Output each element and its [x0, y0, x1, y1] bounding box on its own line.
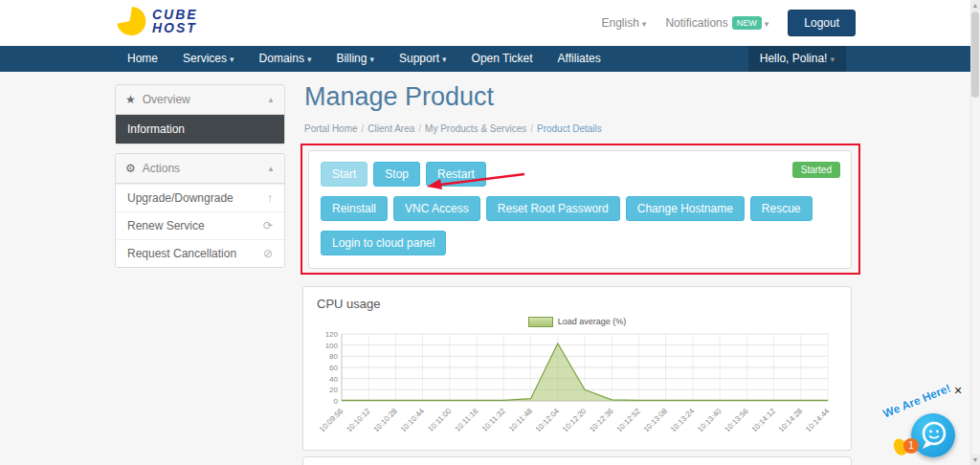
- svg-text:10:12:20: 10:12:20: [561, 407, 589, 434]
- breadcrumb-item-my-products-services[interactable]: My Products & Services: [425, 123, 526, 134]
- breadcrumb-item-product-details: Product Details: [537, 123, 602, 134]
- svg-text:10:14:28: 10:14:28: [777, 407, 805, 434]
- svg-text:60: 60: [329, 364, 338, 372]
- language-menu[interactable]: English▾: [602, 16, 647, 30]
- reinstall-button[interactable]: Reinstall: [321, 196, 388, 221]
- arrow-up-icon: ↑: [267, 191, 273, 205]
- svg-text:80: 80: [329, 352, 338, 361]
- chevron-down-icon: ▾: [230, 55, 234, 64]
- nav-item-home[interactable]: Home: [115, 46, 170, 72]
- svg-text:20: 20: [329, 386, 338, 394]
- chevron-down-icon: ▾: [830, 55, 835, 64]
- svg-text:10:12:52: 10:12:52: [614, 407, 642, 434]
- action-item-label: Request Cancellation: [127, 247, 236, 260]
- cpu-usage-panel: CPU usage Load average (%) 0204060801001…: [302, 286, 852, 451]
- breadcrumb-item-client-area[interactable]: Client Area: [368, 123, 414, 134]
- scroll-down-arrow[interactable]: ▼: [970, 454, 980, 465]
- nav-item-affiliates[interactable]: Affiliates: [546, 46, 613, 72]
- scroll-up-arrow[interactable]: ▲: [970, 0, 980, 11]
- chat-unread-badge: 1: [903, 438, 919, 454]
- stop-button[interactable]: Stop: [373, 162, 420, 187]
- cpu-chart-svg: 02040608010012010:09:5610:10:1210:10:281…: [307, 328, 843, 443]
- chevron-down-icon: ▾: [442, 55, 447, 64]
- brand-line2: HOST: [152, 21, 198, 34]
- nav-item-open-ticket[interactable]: Open Ticket: [459, 46, 546, 72]
- svg-text:40: 40: [329, 375, 338, 384]
- action-item-label: Renew Service: [127, 219, 205, 232]
- legend-swatch: [528, 317, 553, 327]
- action-item-label: Upgrade/Downgrade: [127, 191, 234, 205]
- chevron-up-icon: ▲: [267, 165, 275, 173]
- chart-wrap: 02040608010012010:09:5610:10:1210:10:281…: [303, 328, 851, 447]
- svg-text:10:13:40: 10:13:40: [696, 407, 724, 434]
- sidebar-actions-panel: ⚙ Actions ▲ Upgrade/Downgrade↑Renew Serv…: [115, 153, 285, 268]
- brand-text: CUBE HOST: [152, 8, 198, 34]
- nav-item-support[interactable]: Support▾: [387, 46, 459, 72]
- vnc-access-button[interactable]: VNC Access: [393, 196, 480, 221]
- header-right: English▾ NotificationsNEW▾ Logout: [602, 10, 857, 36]
- vertical-scrollbar[interactable]: ▲ ▼: [970, 0, 980, 465]
- page-title: Manage Product: [304, 82, 494, 112]
- main-nav-items: HomeServices▾Domains▾Billing▾Support▾Ope…: [115, 46, 613, 72]
- start-button[interactable]: Start: [321, 162, 368, 187]
- cubehost-logo-icon: [115, 5, 147, 37]
- nav-item-billing[interactable]: Billing▾: [323, 46, 387, 72]
- sidebar-item-information[interactable]: Information: [116, 115, 284, 144]
- svg-text:10:11:00: 10:11:00: [426, 407, 453, 433]
- brand-line1: CUBE: [152, 8, 198, 21]
- brand-logo[interactable]: CUBE HOST: [115, 5, 198, 37]
- legend-label: Load average (%): [558, 317, 627, 326]
- next-panel-edge: [302, 456, 852, 465]
- new-badge: NEW: [732, 16, 762, 30]
- svg-text:10:14:12: 10:14:12: [750, 407, 778, 434]
- svg-text:10:11:48: 10:11:48: [507, 407, 534, 433]
- svg-text:0: 0: [334, 397, 339, 406]
- overview-panel-title: Overview: [143, 93, 190, 106]
- svg-text:10:11:16: 10:11:16: [454, 407, 480, 433]
- product-controls-panel: StartStopRestart ReinstallVNC AccessRese…: [308, 150, 852, 269]
- svg-text:10:12:04: 10:12:04: [534, 407, 562, 434]
- main-nav: HomeServices▾Domains▾Billing▾Support▾Ope…: [0, 46, 980, 72]
- sidebar-item-request-cancellation[interactable]: Request Cancellation⊘: [116, 239, 284, 267]
- sidebar-item-renew-service[interactable]: Renew Service⟳: [116, 211, 284, 239]
- star-icon: ★: [125, 93, 136, 106]
- svg-text:10:10:12: 10:10:12: [345, 407, 372, 434]
- wrench-icon: ⚙: [125, 162, 136, 175]
- breadcrumb-item-portal-home[interactable]: Portal Home: [304, 123, 358, 134]
- breadcrumb-separator: /: [418, 123, 421, 134]
- svg-text:10:14:44: 10:14:44: [804, 407, 832, 434]
- status-badge: Started: [792, 162, 840, 178]
- user-menu[interactable]: Hello, Polina!▾: [748, 46, 846, 72]
- login-to-cloud-panel-button[interactable]: Login to cloud panel: [321, 231, 446, 255]
- scrollbar-thumb[interactable]: [971, 11, 979, 98]
- chat-close-icon[interactable]: ×: [954, 383, 962, 398]
- rescue-button[interactable]: Rescue: [750, 196, 813, 221]
- sidebar-item-upgrade-downgrade[interactable]: Upgrade/Downgrade↑: [116, 184, 284, 211]
- actions-panel-header[interactable]: ⚙ Actions ▲: [116, 154, 284, 184]
- nav-item-domains[interactable]: Domains▾: [247, 46, 324, 72]
- svg-text:10:09:56: 10:09:56: [318, 407, 345, 434]
- svg-text:10:12:36: 10:12:36: [588, 407, 615, 434]
- svg-text:10:13:08: 10:13:08: [642, 407, 670, 434]
- chat-bubble-icon: [911, 413, 955, 457]
- ban-icon: ⊘: [263, 247, 273, 260]
- nav-item-services[interactable]: Services▾: [170, 46, 247, 72]
- chevron-down-icon: ▾: [307, 55, 312, 64]
- svg-text:10:10:28: 10:10:28: [371, 407, 399, 434]
- sidebar-overview-panel: ★ Overview ▲ Information: [115, 84, 285, 144]
- chat-launcher-button[interactable]: [911, 413, 955, 457]
- svg-text:100: 100: [325, 342, 339, 350]
- controls-row-1: StartStopRestart: [321, 162, 839, 187]
- actions-panel-title: Actions: [143, 162, 180, 175]
- reset-root-password-button[interactable]: Reset Root Password: [486, 196, 620, 221]
- overview-panel-header[interactable]: ★ Overview ▲: [116, 85, 284, 115]
- restart-button[interactable]: Restart: [426, 162, 486, 187]
- refresh-icon: ⟳: [263, 219, 273, 232]
- logout-button[interactable]: Logout: [788, 10, 856, 36]
- chevron-down-icon: ▾: [765, 19, 769, 29]
- notifications-menu[interactable]: NotificationsNEW▾: [665, 16, 768, 30]
- cpu-panel-title: CPU usage: [303, 287, 851, 315]
- change-hostname-button[interactable]: Change Hostname: [626, 196, 745, 221]
- breadcrumb: Portal Home/Client Area/My Products & Se…: [304, 123, 602, 134]
- controls-row-3: Login to cloud panel: [321, 231, 839, 255]
